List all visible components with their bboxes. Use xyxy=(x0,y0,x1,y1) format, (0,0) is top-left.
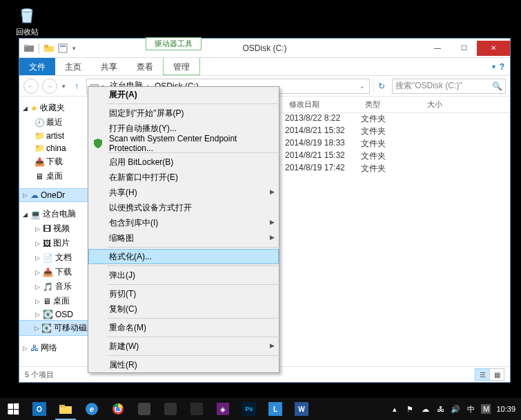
volume-icon[interactable]: 🔊 xyxy=(451,404,460,414)
svg-rect-6 xyxy=(60,46,66,47)
cell-type: 文件夹 xyxy=(361,138,409,150)
context-menu-item[interactable]: 以便携式设备方式打开 xyxy=(88,200,279,215)
clock[interactable]: 10:39 xyxy=(496,405,515,413)
cell-date: 2013/8/22 8:22 xyxy=(285,113,361,123)
context-menu-item[interactable]: 格式化(A)... xyxy=(88,249,279,264)
properties-icon[interactable] xyxy=(57,43,68,54)
submenu-arrow-icon: ▶ xyxy=(270,188,275,195)
tab-file[interactable]: 文件 xyxy=(19,58,55,75)
context-menu-item[interactable]: 弹出(J) xyxy=(88,268,279,283)
col-date[interactable]: 修改日期 xyxy=(285,97,361,112)
addr-dropdown[interactable]: ⌄ xyxy=(358,83,366,90)
cell-date: 2014/8/21 15:32 xyxy=(285,126,361,135)
cell-date: 2014/8/19 18:33 xyxy=(285,138,361,148)
submenu-arrow-icon: ▶ xyxy=(270,234,275,241)
svg-point-0 xyxy=(21,9,32,12)
view-icons-button[interactable]: ▦ xyxy=(489,368,504,381)
folder-icon[interactable] xyxy=(43,43,55,54)
onedrive-icon[interactable]: ☁ xyxy=(420,404,430,414)
titlebar[interactable]: ▾ 驱动器工具 OSDisk (C:) — ☐ ✕ xyxy=(19,39,510,58)
taskbar-explorer[interactable] xyxy=(52,398,79,420)
up-button[interactable]: ↑ xyxy=(70,81,83,91)
taskbar-lync[interactable]: L xyxy=(262,398,288,420)
shield-icon xyxy=(92,138,104,149)
svg-rect-2 xyxy=(24,45,28,47)
view-details-button[interactable]: ☰ xyxy=(475,368,490,381)
context-menu-item[interactable]: 复制(C) xyxy=(88,301,279,317)
flag-icon[interactable]: ⚑ xyxy=(405,404,415,414)
search-icon[interactable]: 🔍 xyxy=(492,81,502,91)
context-menu-item[interactable]: 启用 BitLocker(B) xyxy=(88,154,279,170)
ribbon-expand-icon[interactable]: ▾ xyxy=(492,63,495,70)
cell-type: 文件夹 xyxy=(361,163,409,174)
refresh-button[interactable]: ↻ xyxy=(373,79,389,94)
context-menu-item[interactable]: 固定到"开始"屏幕(P) xyxy=(88,106,279,121)
context-menu-item[interactable]: Scan with System Center Endpoint Protect… xyxy=(88,136,279,151)
cell-date: 2014/8/19 17:42 xyxy=(285,163,361,172)
tab-home[interactable]: 主页 xyxy=(55,58,91,75)
context-menu-item[interactable]: 属性(R) xyxy=(88,357,279,372)
qat-dropdown[interactable]: ▾ xyxy=(71,45,77,52)
cell-date: 2014/8/21 15:32 xyxy=(285,150,361,160)
close-button[interactable]: ✕ xyxy=(477,41,510,56)
taskbar-app2[interactable] xyxy=(157,398,184,420)
context-menu-item[interactable]: 包含到库中(I)▶ xyxy=(88,215,279,230)
taskbar-ie[interactable]: e xyxy=(79,398,105,420)
col-size[interactable]: 大小 xyxy=(423,97,478,112)
context-menu-item[interactable]: 新建(W)▶ xyxy=(88,339,279,354)
quick-access-toolbar: ▾ xyxy=(19,43,77,54)
tab-view[interactable]: 查看 xyxy=(127,58,163,75)
item-count: 5 个项目 xyxy=(25,370,54,380)
ribbon-tabs: 文件 主页 共享 查看 管理 ▾ ? xyxy=(19,58,510,76)
history-dropdown[interactable]: ▾ xyxy=(61,83,67,90)
cell-type: 文件夹 xyxy=(361,126,409,137)
submenu-arrow-icon: ▶ xyxy=(270,342,275,349)
forward-button[interactable]: → xyxy=(42,79,57,94)
svg-rect-5 xyxy=(59,44,67,52)
taskbar: O e ◈ Ps L W ▴ ⚑ ☁ 🖧 🔊 中 M 10:39 xyxy=(0,398,521,420)
tab-share[interactable]: 共享 xyxy=(91,58,127,75)
cell-type: 文件夹 xyxy=(361,113,409,125)
network-icon[interactable]: 🖧 xyxy=(435,404,445,414)
start-button[interactable] xyxy=(0,398,26,420)
search-placeholder: 搜索"OSDisk (C:)" xyxy=(395,80,462,92)
contextual-tab-label: 驱动器工具 xyxy=(146,37,201,50)
context-menu-item[interactable]: 展开(A) xyxy=(88,87,279,102)
context-menu: 展开(A)固定到"开始"屏幕(P)打开自动播放(Y)...Scan with S… xyxy=(88,86,279,373)
recycle-bin[interactable]: 回收站 xyxy=(10,3,43,37)
help-icon[interactable]: ? xyxy=(500,62,504,72)
system-tray: ▴ ⚑ ☁ 🖧 🔊 中 M 10:39 xyxy=(390,404,521,414)
minimize-button[interactable]: — xyxy=(424,41,451,56)
context-menu-item[interactable]: 剪切(T) xyxy=(88,286,279,301)
window-title: OSDisk (C:) xyxy=(243,43,287,53)
col-type[interactable]: 类型 xyxy=(361,97,423,112)
context-menu-item[interactable]: 缩略图▶ xyxy=(88,230,279,246)
taskbar-outlook[interactable]: O xyxy=(26,398,52,420)
taskbar-chrome[interactable] xyxy=(105,398,131,420)
taskbar-app1[interactable] xyxy=(131,398,157,420)
taskbar-ps[interactable]: Ps xyxy=(236,398,262,420)
context-menu-item[interactable]: 共享(H)▶ xyxy=(88,185,279,200)
tray-up-icon[interactable]: ▴ xyxy=(390,404,400,414)
taskbar-vs[interactable]: ◈ xyxy=(210,398,236,420)
svg-rect-10 xyxy=(59,405,65,408)
context-menu-item[interactable]: 重命名(M) xyxy=(88,320,279,335)
explorer-icon xyxy=(23,43,35,54)
recycle-bin-label: 回收站 xyxy=(16,28,39,36)
ime-mode[interactable]: M xyxy=(481,404,491,414)
maximize-button[interactable]: ☐ xyxy=(451,41,477,56)
context-menu-item[interactable]: 在新窗口中打开(E) xyxy=(88,170,279,185)
cell-type: 文件夹 xyxy=(361,150,409,162)
svg-rect-4 xyxy=(44,45,48,48)
taskbar-word[interactable]: W xyxy=(288,398,315,420)
taskbar-app3[interactable] xyxy=(184,398,210,420)
submenu-arrow-icon: ▶ xyxy=(270,219,275,226)
recycle-bin-icon xyxy=(16,3,38,26)
tab-manage[interactable]: 管理 xyxy=(164,58,199,74)
back-button[interactable]: ← xyxy=(23,79,39,94)
ime-lang[interactable]: 中 xyxy=(466,404,475,414)
search-box[interactable]: 搜索"OSDisk (C:)" 🔍 xyxy=(392,79,506,94)
